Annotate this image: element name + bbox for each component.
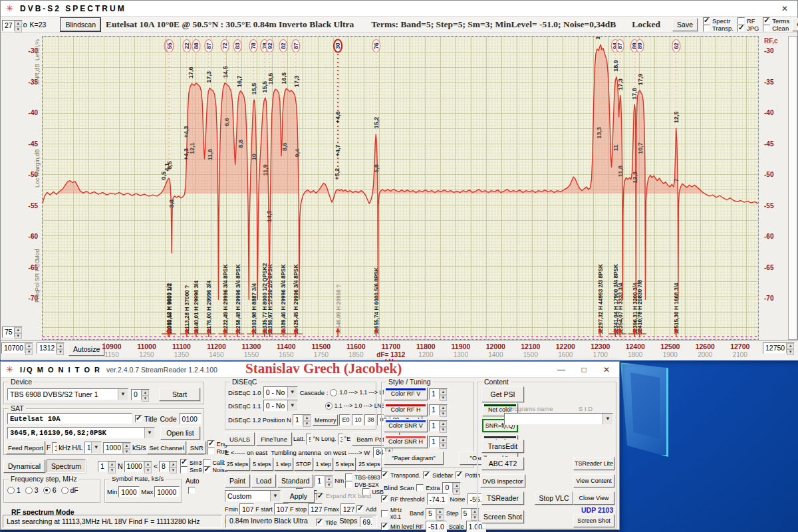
rf-h-spinner[interactable]: 1▲▼ xyxy=(429,404,448,416)
diseqc10-select[interactable]: 0 - No▼ xyxy=(263,386,298,398)
close-view-button[interactable]: Close View xyxy=(573,491,614,505)
paint-button[interactable]: Paint xyxy=(225,474,250,487)
step3-radio[interactable]: 3 xyxy=(25,486,39,494)
usals-button[interactable]: USALS xyxy=(225,432,255,446)
clean-checkbox[interactable]: Clean xyxy=(763,25,789,32)
symbolrate-spinner[interactable]: 1000▲▼ xyxy=(103,442,131,454)
memory-byte-3[interactable]: 38 xyxy=(364,414,376,426)
tuner-index-spinner[interactable]: 0▲▼ xyxy=(131,389,150,400)
spectrum-button[interactable]: Spectrum xyxy=(47,460,86,473)
stop-vlc-button[interactable]: Stop VLC xyxy=(535,491,573,505)
udp-link[interactable]: UDP 2103 xyxy=(581,506,613,514)
screenshot-left-button[interactable]: Screen Shot xyxy=(481,510,524,523)
right-scrollbar[interactable] xyxy=(788,36,797,340)
view-content-button[interactable]: View Content xyxy=(573,474,614,487)
longitude-field[interactable]: 30.5 xyxy=(338,434,343,445)
open-list-button[interactable]: Open list xyxy=(160,426,200,440)
diseqc11-select[interactable]: 0 - No▼ xyxy=(263,400,298,412)
min-level-field[interactable]: -51.0 xyxy=(426,521,447,532)
band-spinner[interactable]: 5▲▼ xyxy=(426,508,444,519)
transponder-select[interactable]: 3645,R,16130,56,S2;8PSK▼ xyxy=(7,427,155,439)
minimize-icon[interactable]: — xyxy=(550,362,573,378)
level-bottom-spinner[interactable]: 75▲▼ xyxy=(2,327,23,338)
hl-select[interactable]: 1▼ xyxy=(84,442,102,454)
fmin-field[interactable]: 10700 xyxy=(239,503,254,515)
tsreader-button[interactable]: TSReader xyxy=(481,491,524,505)
expand-rx-checkbox[interactable]: Expand RX band xyxy=(317,493,371,500)
color-snr-v-button[interactable]: Color SNR V xyxy=(384,419,428,432)
fstart-field[interactable]: 10700 xyxy=(274,503,289,515)
transp-checkbox[interactable]: Transp. xyxy=(703,25,733,32)
dynamical-button[interactable]: Dynamical xyxy=(3,460,45,473)
programs-select[interactable]: ▼ xyxy=(504,413,613,425)
snr-v-spinner[interactable]: 1▲▼ xyxy=(429,420,448,432)
band-preset-select[interactable]: Custom▼ xyxy=(225,490,281,502)
spectr-checkbox[interactable]: Spectr xyxy=(703,17,733,25)
chevron-down-icon[interactable]: ▼ xyxy=(118,389,128,400)
stop-button[interactable]: STOP xyxy=(294,458,313,471)
sat-title-checkbox[interactable]: Title xyxy=(135,415,157,423)
get-psi-button[interactable]: Get PSI xyxy=(481,386,524,402)
maximize-icon[interactable]: □ xyxy=(573,362,595,378)
mhz-checkbox[interactable]: MHz x0.1 xyxy=(381,507,408,520)
df-spinner[interactable]: 1312▲▼ xyxy=(37,342,65,354)
fend-spinner[interactable]: 12750▲▼ xyxy=(763,342,795,354)
transpond-checkbox[interactable]: Transpond. xyxy=(381,471,420,479)
cascade11-radio[interactable]: 1.1 ---> 1.0 ---> LNB xyxy=(325,402,386,410)
min-level-checkbox[interactable]: Min level RF xyxy=(381,523,424,530)
steps-25-east-button[interactable]: 25 steps xyxy=(225,458,250,471)
dvb-inspector-button[interactable]: DVB Inspector xyxy=(480,474,525,487)
load-button[interactable]: Load xyxy=(251,474,276,487)
iq-close-icon[interactable]: ✕ xyxy=(595,362,618,378)
color-rf-h-button[interactable]: Color RF H xyxy=(384,403,428,416)
jpg-checkbox[interactable]: JPG xyxy=(737,25,759,32)
level-top-spinner[interactable]: 27▲▼ xyxy=(2,20,23,31)
screenshot-right-button[interactable]: Screen Shot xyxy=(573,514,614,527)
code-field[interactable]: 0100 xyxy=(180,413,201,424)
color-snr-h-button[interactable]: Color SNR H xyxy=(384,435,428,448)
chevron-down-icon[interactable]: ▼ xyxy=(144,428,154,438)
position-spinner[interactable]: 1▲▼ xyxy=(293,414,311,426)
extra-spinner[interactable]: 0▲▼ xyxy=(442,482,461,493)
rf-threshold-checkbox[interactable]: RF threshold xyxy=(381,495,425,503)
start-button[interactable]: Start xyxy=(159,388,200,401)
abc-4t2-button[interactable]: ABC 4T2 xyxy=(481,457,524,470)
transedit-button[interactable]: TransEdit xyxy=(481,440,524,453)
save-button[interactable]: Save xyxy=(672,18,698,31)
add-checkbox[interactable]: Add xyxy=(356,505,376,513)
fmax-field[interactable]: 12750 xyxy=(340,503,355,515)
memory-byte-1[interactable]: E0 xyxy=(339,414,350,426)
finetune-button[interactable]: FineTune xyxy=(256,432,292,446)
cleantransp-button[interactable]: CleanTransp xyxy=(792,18,798,31)
frequency-field[interactable]: 11113280 xyxy=(52,442,57,454)
lnb-title-checkbox[interactable]: Title xyxy=(316,517,337,527)
spectrum-plot[interactable]: 5711060,12 H 9600 1/25511063,58 H 9600 1… xyxy=(42,36,759,340)
tbs6983-checkbox[interactable]: TBS-6983 xyxy=(345,473,380,481)
steps-5-west-button[interactable]: 5 steps xyxy=(334,458,356,471)
fstop-field[interactable]: 12750 xyxy=(308,503,323,515)
auto-sr-checkbox[interactable] xyxy=(188,487,196,494)
sr-min-field[interactable]: 1000 xyxy=(118,486,140,497)
rf-threshold-field[interactable]: -74.1 xyxy=(427,493,448,505)
extra-checkbox[interactable]: Extra xyxy=(416,484,440,491)
nm-spinner[interactable]: 1▲▼ xyxy=(315,475,333,487)
memory-button[interactable]: Memory xyxy=(313,414,338,426)
step1-radio[interactable]: 1 xyxy=(7,486,21,494)
steps-5-east-button[interactable]: 5 steps xyxy=(251,458,273,471)
tsreader-lite-button[interactable]: TSReader Lite xyxy=(573,457,614,470)
set-channel-button[interactable]: Set Channel xyxy=(147,441,186,454)
n2-spinner[interactable]: 1000▲▼ xyxy=(124,461,152,472)
latitude-field[interactable]: 50.5 xyxy=(306,434,311,445)
close-icon[interactable]: ✕ xyxy=(773,1,796,17)
sr-max-field[interactable]: 10000 xyxy=(154,486,180,497)
spectrum-titlebar[interactable]: ✳ DVB-S2 SPECTRUM ✕ xyxy=(1,1,797,17)
rf-v-spinner[interactable]: 1▲▼ xyxy=(429,388,448,400)
tuner-select[interactable]: TBS 6908 DVBS/S2 Tuner 1▼ xyxy=(7,388,128,400)
blindscan-button[interactable]: Blindscan xyxy=(61,18,100,31)
sm3-checkbox[interactable]: Sm3 xyxy=(180,459,202,466)
terms-checkbox[interactable]: Terms xyxy=(763,17,789,25)
memory-byte-2[interactable]: 10 xyxy=(352,414,363,426)
step6-radio[interactable]: 6 xyxy=(43,486,57,494)
steps-field[interactable]: 69.0 xyxy=(360,517,373,527)
sm9-checkbox[interactable]: Sm9 xyxy=(180,466,202,473)
